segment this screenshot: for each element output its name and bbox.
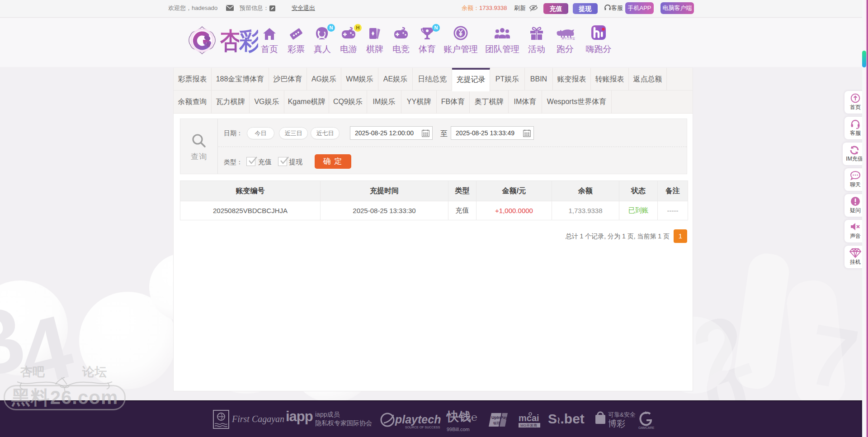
svg-text:银联: 银联 xyxy=(493,421,500,425)
svg-text:犀牛工作室: 犀牛工作室 xyxy=(561,37,575,40)
svg-text:SOURCE OF SUCCESS: SOURCE OF SUCCESS xyxy=(405,426,440,429)
svg-text:playtech: playtech xyxy=(395,413,441,426)
svg-text:博彩: 博彩 xyxy=(608,419,625,428)
svg-text:可靠&安全: 可靠&安全 xyxy=(608,411,636,418)
svg-text:GAMCARE: GAMCARE xyxy=(638,426,655,429)
svg-text:MG开发商: MG开发商 xyxy=(520,423,537,428)
svg-text:UpInPay: UpInPay xyxy=(491,415,508,420)
